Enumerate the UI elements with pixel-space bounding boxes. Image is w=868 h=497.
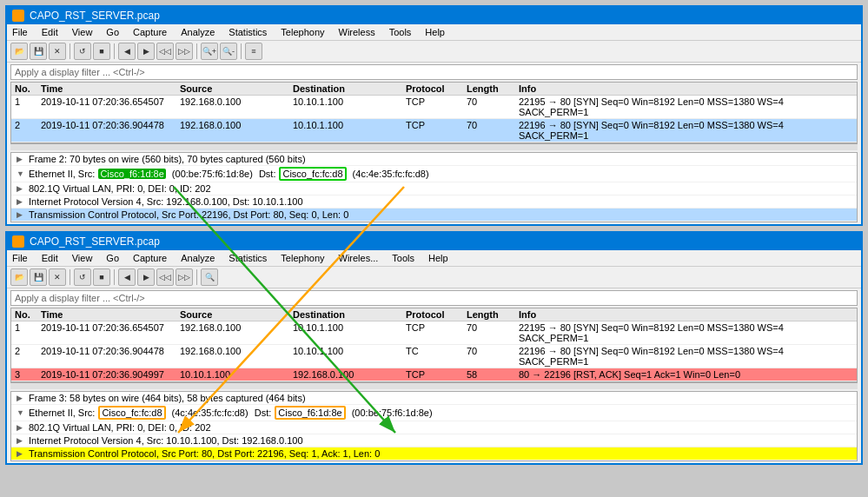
col-time: Time <box>41 83 180 94</box>
bottom-app-icon <box>12 235 24 248</box>
bot-menu-wireless[interactable]: Wireles... <box>337 252 381 264</box>
bottom-packet-row-3[interactable]: 3 2019-10-11 07:20:36.904997 10.10.1.100… <box>11 368 857 381</box>
top-toolbar: 📂 💾 ✕ ↺ ■ ◀ ▶ ◁◁ ▷▷ 🔍+ 🔍- ≡ <box>7 41 861 63</box>
toolbar-back2[interactable]: ◁◁ <box>156 43 174 60</box>
top-scrollbar[interactable] <box>10 143 858 150</box>
pkt-src: 192.168.0.100 <box>180 96 293 117</box>
bot-toolbar-reload[interactable]: ↺ <box>74 268 91 286</box>
menu-help[interactable]: Help <box>423 26 447 38</box>
toolbar-open[interactable]: 📂 <box>10 43 28 60</box>
pkt-info: 22196 → 80 [SYN] Seq=0 Win=8192 Len=0 MS… <box>519 346 853 367</box>
bot-col-proto: Protocol <box>406 309 467 320</box>
bot-toolbar-fwd[interactable]: ▶ <box>137 268 155 286</box>
top-detail-tcp[interactable]: ▶ Transmission Control Protocol, Src Por… <box>11 209 857 222</box>
bottom-scrollbar[interactable] <box>10 382 858 389</box>
top-packet-list: No. Time Source Destination Protocol Len… <box>10 82 858 143</box>
pkt-info: 22195 → 80 [SYN] Seq=0 Win=8192 Len=0 MS… <box>519 96 853 117</box>
toolbar-back[interactable]: ◀ <box>118 43 136 60</box>
bot-menu-go[interactable]: Go <box>104 252 121 264</box>
expand-icon: ▶ <box>17 210 25 219</box>
pkt-time: 2019-10-11 07:20:36.904478 <box>41 346 180 367</box>
bottom-detail-ip[interactable]: ▶ Internet Protocol Version 4, Src: 10.1… <box>11 434 857 447</box>
bot-toolbar-zoom[interactable]: 🔍 <box>201 268 218 286</box>
bot-menu-tools[interactable]: Tools <box>390 252 416 264</box>
bottom-detail-frame[interactable]: ▶ Frame 3: 58 bytes on wire (464 bits), … <box>11 392 857 405</box>
menu-analyze[interactable]: Analyze <box>179 26 216 38</box>
pkt-len: 70 <box>467 346 519 367</box>
top-packet-row-1[interactable]: 1 2019-10-11 07:20:36.654507 192.168.0.1… <box>11 96 857 119</box>
pkt-info: 22196 → 80 [SYN] Seq=0 Win=8192 Len=0 MS… <box>519 120 853 141</box>
detail-ip-text: Internet Protocol Version 4, Src: 192.16… <box>29 196 303 207</box>
bot-menu-edit[interactable]: Edit <box>40 252 60 264</box>
menu-statistics[interactable]: Statistics <box>227 26 268 38</box>
bottom-title-bar: CAPO_RST_SERVER.pcap <box>7 233 861 250</box>
bottom-detail-tcp[interactable]: ▶ Transmission Control Protocol, Src Por… <box>11 447 857 461</box>
top-detail-ethernet[interactable]: ▼ Ethernet II, Src: Cisco_f6:1d:8e (00:b… <box>11 166 857 182</box>
toolbar-sep4 <box>241 43 242 59</box>
top-menu-bar: File Edit View Go Capture Analyze Statis… <box>7 24 861 41</box>
bottom-packet-row-1[interactable]: 1 2019-10-11 07:20:36.654507 192.168.0.1… <box>11 321 857 345</box>
col-info: Info <box>519 83 853 94</box>
expand-icon: ▶ <box>17 423 25 432</box>
bot-menu-view[interactable]: View <box>70 252 95 264</box>
bot-toolbar-save[interactable]: 💾 <box>30 268 47 286</box>
menu-go[interactable]: Go <box>104 26 121 38</box>
toolbar-close[interactable]: ✕ <box>49 43 66 60</box>
menu-telephony[interactable]: Telephony <box>279 26 326 38</box>
pkt-proto: TCP <box>406 369 467 380</box>
bottom-window-title: CAPO_RST_SERVER.pcap <box>30 235 160 248</box>
bottom-detail-ethernet[interactable]: ▼ Ethernet II, Src: Cisco_fc:fc:d8 (4c:4… <box>11 405 857 421</box>
bottom-dst-mac-val: (00:be:75:f6:1d:8e) <box>349 408 433 418</box>
bot-toolbar-close[interactable]: ✕ <box>49 268 66 286</box>
menu-view[interactable]: View <box>70 26 95 38</box>
top-src-mac-val: (00:be:75:f6:1d:8e) <box>169 169 253 179</box>
pkt-src: 10.10.1.100 <box>180 369 293 380</box>
toolbar-stop[interactable]: ■ <box>93 43 110 60</box>
pkt-no: 1 <box>15 96 41 117</box>
bot-toolbar-back2[interactable]: ◁◁ <box>156 268 174 286</box>
detail-eth-label: Ethernet II, Src: <box>29 169 95 179</box>
expand-icon: ▶ <box>17 449 25 458</box>
toolbar-fwd[interactable]: ▶ <box>137 43 155 60</box>
top-detail-ip[interactable]: ▶ Internet Protocol Version 4, Src: 192.… <box>11 195 857 209</box>
bot-toolbar-open[interactable]: 📂 <box>10 268 28 286</box>
top-dst-mac-label: Cisco_fc:fc:d8 <box>279 167 346 181</box>
pkt-time: 2019-10-11 07:20:36.654507 <box>41 322 180 343</box>
bot-menu-capture[interactable]: Capture <box>131 252 169 264</box>
toolbar-save[interactable]: 💾 <box>30 43 47 60</box>
bot-menu-help[interactable]: Help <box>427 252 450 264</box>
menu-wireless[interactable]: Wireless <box>337 26 377 38</box>
top-src-mac-label: Cisco_f6:1d:8e <box>98 169 165 179</box>
top-filter-bar[interactable]: Apply a display filter ... <Ctrl-/> <box>10 64 858 80</box>
menu-tools[interactable]: Tools <box>388 26 414 38</box>
detail-ip-text: Internet Protocol Version 4, Src: 10.10.… <box>29 435 303 446</box>
bot-menu-telephony[interactable]: Telephony <box>279 252 326 264</box>
bot-menu-file[interactable]: File <box>10 252 30 264</box>
bot-toolbar-back[interactable]: ◀ <box>118 268 136 286</box>
menu-file[interactable]: File <box>10 26 30 38</box>
bottom-detail-vlan[interactable]: ▶ 802.1Q Virtual LAN, PRI: 0, DEI: 0, ID… <box>11 421 857 434</box>
toolbar-reload[interactable]: ↺ <box>74 43 91 60</box>
bot-toolbar-fwd2[interactable]: ▷▷ <box>176 268 193 286</box>
bottom-packet-list: No. Time Source Destination Protocol Len… <box>10 308 858 382</box>
bottom-filter-bar[interactable]: Apply a display filter ... <Ctrl-/> <box>10 290 858 306</box>
col-dest: Destination <box>293 83 406 94</box>
top-detail-vlan[interactable]: ▶ 802.1Q Virtual LAN, PRI: 0, DEI: 0, ID… <box>11 182 857 195</box>
bot-col-time: Time <box>41 309 180 320</box>
top-filter-text: Apply a display filter ... <Ctrl-/> <box>15 67 145 77</box>
toolbar-fwd2[interactable]: ▷▷ <box>176 43 193 60</box>
menu-capture[interactable]: Capture <box>131 26 169 38</box>
pkt-no: 2 <box>15 120 41 141</box>
toolbar-cols[interactable]: ≡ <box>245 43 262 60</box>
bot-menu-statistics[interactable]: Statistics <box>227 252 268 264</box>
menu-edit[interactable]: Edit <box>40 26 60 38</box>
bottom-menu-bar: File Edit View Go Capture Analyze Statis… <box>7 250 861 267</box>
bot-toolbar-stop[interactable]: ■ <box>93 268 110 286</box>
toolbar-zoom-out[interactable]: 🔍- <box>220 43 237 60</box>
top-packet-row-2[interactable]: 2 2019-10-11 07:20:36.904478 192.168.0.1… <box>11 119 857 142</box>
bot-menu-analyze[interactable]: Analyze <box>179 252 216 264</box>
detail-frame-text: Frame 3: 58 bytes on wire (464 bits), 58… <box>29 393 306 403</box>
top-detail-frame[interactable]: ▶ Frame 2: 70 bytes on wire (560 bits), … <box>11 153 857 166</box>
toolbar-zoom-in[interactable]: 🔍+ <box>201 43 218 60</box>
bottom-packet-row-2[interactable]: 2 2019-10-11 07:20:36.904478 192.168.0.1… <box>11 345 857 368</box>
